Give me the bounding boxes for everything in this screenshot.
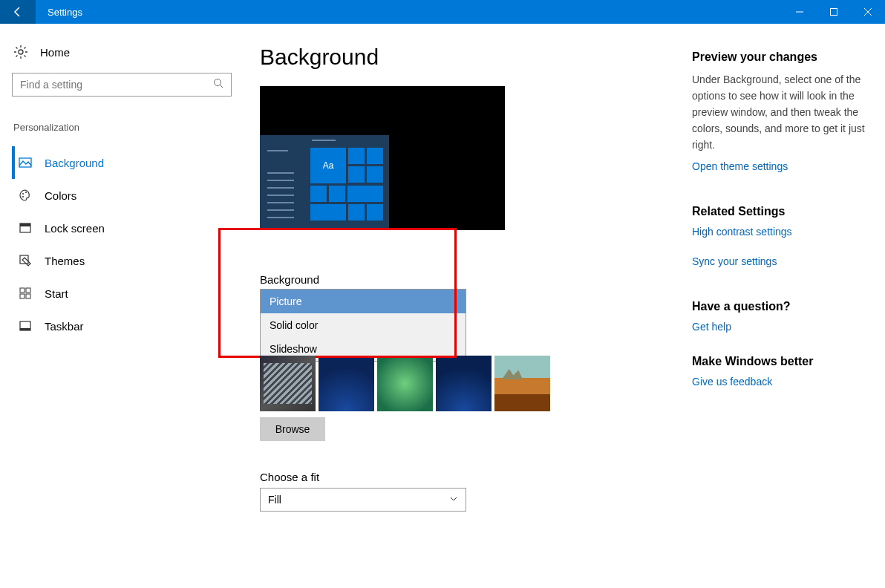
fit-label: Choose a fit <box>260 471 670 483</box>
nav-label: Start <box>45 287 68 300</box>
nav-start[interactable]: Start <box>12 277 226 310</box>
related-settings-head: Related Settings <box>692 205 870 218</box>
maximize-button[interactable] <box>817 0 851 24</box>
chevron-down-icon <box>449 494 458 506</box>
svg-rect-14 <box>20 294 25 298</box>
search-icon <box>213 78 223 91</box>
svg-rect-13 <box>26 288 30 293</box>
home-label: Home <box>40 46 70 59</box>
preview-changes-head: Preview your changes <box>692 50 870 64</box>
preview-tile-aa: Aa <box>310 148 346 183</box>
svg-point-6 <box>22 193 24 195</box>
picture-icon <box>18 155 33 170</box>
svg-rect-12 <box>20 288 25 293</box>
title-bar: Settings <box>0 0 885 24</box>
sync-settings-link[interactable]: Sync your settings <box>692 255 870 267</box>
nav-themes[interactable]: Themes <box>12 244 226 277</box>
search-box[interactable] <box>12 73 232 97</box>
svg-rect-1 <box>831 9 837 16</box>
back-button[interactable] <box>0 0 36 24</box>
svg-rect-15 <box>26 294 30 298</box>
thumb-3[interactable] <box>377 356 433 411</box>
close-button[interactable] <box>851 0 885 24</box>
svg-point-8 <box>22 196 24 197</box>
picture-thumbnails <box>260 356 670 411</box>
home-link[interactable]: Home <box>12 42 226 73</box>
window-title: Settings <box>48 7 82 18</box>
nav-colors[interactable]: Colors <box>12 179 226 212</box>
thumb-4[interactable] <box>436 356 492 411</box>
gear-icon <box>13 45 28 59</box>
nav-lockscreen[interactable]: Lock screen <box>12 212 226 244</box>
sidebar: Home Personalization Background Colors L… <box>0 24 238 588</box>
side-panel: Preview your changes Under Background, s… <box>685 24 885 588</box>
svg-line-4 <box>221 85 223 88</box>
feedback-link[interactable]: Give us feedback <box>692 376 870 388</box>
background-label: Background <box>260 273 670 286</box>
search-input[interactable] <box>20 79 213 91</box>
svg-point-2 <box>19 50 23 54</box>
fit-value: Fill <box>268 494 281 506</box>
nav-group-label: Personalization <box>13 122 226 133</box>
main-panel: Background Aa <box>238 24 685 588</box>
window-controls <box>783 0 885 24</box>
question-head: Have a question? <box>692 300 870 313</box>
background-dropdown[interactable]: Picture Solid color Slideshow <box>260 289 466 362</box>
dd-option-solidcolor[interactable]: Solid color <box>261 313 466 337</box>
make-better-head: Make Windows better <box>692 355 870 368</box>
nav-label: Lock screen <box>45 222 105 235</box>
taskbar-icon <box>18 318 33 333</box>
thumb-5[interactable] <box>494 356 550 411</box>
desktop-preview: Aa <box>260 86 505 230</box>
fit-select[interactable]: Fill <box>260 488 466 512</box>
svg-rect-10 <box>20 223 30 226</box>
browse-button[interactable]: Browse <box>260 417 325 441</box>
preview-changes-text: Under Background, select one of the opti… <box>692 71 870 153</box>
preview-start: Aa <box>260 135 505 230</box>
nav-background[interactable]: Background <box>12 146 226 179</box>
dd-option-picture[interactable]: Picture <box>261 290 466 313</box>
page-title: Background <box>260 45 670 70</box>
open-theme-settings-link[interactable]: Open theme settings <box>692 160 870 172</box>
nav-label: Background <box>45 157 104 169</box>
nav-taskbar[interactable]: Taskbar <box>12 310 226 342</box>
get-help-link[interactable]: Get help <box>692 321 870 333</box>
nav-label: Themes <box>45 255 85 267</box>
thumb-1[interactable] <box>260 356 316 411</box>
thumb-2[interactable] <box>319 356 374 411</box>
svg-rect-11 <box>20 255 28 264</box>
start-icon <box>18 286 33 301</box>
minimize-button[interactable] <box>783 0 817 24</box>
lockscreen-icon <box>18 220 33 235</box>
svg-point-7 <box>25 192 27 193</box>
nav-label: Taskbar <box>45 320 84 333</box>
palette-icon <box>18 188 33 203</box>
svg-point-3 <box>215 79 221 86</box>
svg-rect-17 <box>20 328 30 330</box>
high-contrast-link[interactable]: High contrast settings <box>692 226 870 238</box>
themes-icon <box>18 253 33 268</box>
nav-label: Colors <box>45 189 76 202</box>
